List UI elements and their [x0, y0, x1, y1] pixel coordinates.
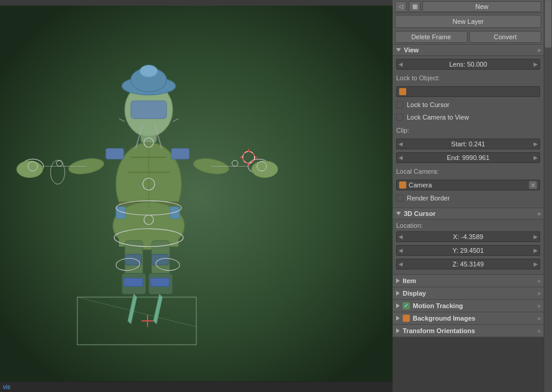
cursor-x-row: ◀ X: -4.3589 ▶	[396, 231, 540, 243]
clip-end-row: ◀ End: 9990.961 ▶	[396, 152, 540, 164]
display-section-chevron	[396, 291, 400, 296]
new-header-btn[interactable]: New	[422, 1, 541, 12]
svg-point-26	[252, 161, 278, 178]
panel-toolbar: ◁ ▦ New	[393, 0, 544, 13]
lock-camera-checkbox[interactable]	[396, 114, 403, 121]
display-section-label: Display	[403, 290, 426, 297]
item-section-arrows: »	[537, 278, 540, 284]
properties-panel: ◁ ▦ New New Layer Delete Frame Convert V…	[393, 0, 552, 392]
svg-point-22	[17, 161, 43, 178]
background-images-icon	[403, 315, 410, 322]
item-section-label: Item	[403, 277, 416, 284]
local-camera-label-row: Local Camera:	[396, 165, 540, 177]
lock-to-object-field[interactable]	[396, 86, 540, 97]
cursor-x-field[interactable]: ◀ X: -4.3589 ▶	[396, 231, 540, 242]
transform-orientations-label: Transform Orientations	[403, 327, 475, 334]
camera-icon	[399, 181, 406, 189]
cursor-3d-chevron	[396, 212, 401, 215]
motion-tracking-arrows: »	[537, 303, 540, 309]
motion-tracking-section-header[interactable]: ✓ Motion Tracking »	[393, 300, 544, 312]
background-images-arrows: »	[537, 315, 540, 322]
lens-field[interactable]: ◀ Lens: 50.000 ▶	[396, 59, 540, 70]
transform-orientations-arrows: »	[537, 328, 540, 334]
lens-row: ◀ Lens: 50.000 ▶	[396, 58, 540, 70]
transform-orientations-header[interactable]: Transform Orientations »	[393, 325, 544, 337]
svg-rect-11	[125, 255, 142, 265]
svg-point-34	[140, 65, 158, 77]
cursor-y-row: ◀ Y: 29.4501 ▶	[396, 244, 540, 256]
cursor-3d-arrows: »	[537, 211, 540, 217]
viewport-3d[interactable]: vis	[0, 0, 393, 392]
background-images-label: Background Images	[403, 315, 475, 322]
display-section-arrows: »	[537, 290, 540, 297]
new-layer-button[interactable]: New Layer	[395, 15, 541, 28]
camera-clear-button[interactable]: ✕	[529, 181, 537, 189]
background-images-chevron	[396, 316, 400, 321]
panel-scrollbar[interactable]	[544, 0, 552, 392]
lock-object-icon	[399, 88, 406, 95]
clip-end-field[interactable]: ◀ End: 9990.961 ▶	[396, 152, 540, 163]
new-layer-row: New Layer	[393, 13, 544, 30]
lock-to-cursor-checkbox[interactable]	[396, 101, 403, 108]
cursor-3d-content: Location: ◀ X: -4.3589 ▶ ◀ Y: 29.4501 ▶	[393, 219, 544, 275]
motion-tracking-check-icon: ✓	[403, 302, 410, 309]
view-section-header[interactable]: View »	[393, 45, 544, 56]
local-camera-field-row: Camera ✕	[396, 179, 540, 191]
svg-rect-14	[150, 278, 170, 287]
toolbar-icon-left[interactable]: ◁	[395, 1, 407, 12]
status-text: vis	[3, 384, 10, 390]
view-section-arrows: »	[537, 47, 540, 54]
panel-inner: ◁ ▦ New New Layer Delete Frame Convert V…	[393, 0, 544, 392]
view-section-chevron	[396, 48, 401, 52]
cursor-y-field[interactable]: ◀ Y: 29.4501 ▶	[396, 245, 540, 256]
lock-to-cursor-row[interactable]: Lock to Cursor	[396, 99, 540, 110]
viewport-statusbar: vis	[0, 381, 393, 392]
clip-start-row: ◀ Start: 0.241 ▶	[396, 138, 540, 150]
convert-button[interactable]: Convert	[469, 31, 542, 43]
toolbar-icon-grid[interactable]: ▦	[409, 1, 421, 12]
svg-rect-31	[131, 101, 167, 119]
item-section-header[interactable]: Item »	[393, 275, 544, 287]
scrollbar-thumb[interactable]	[545, 0, 551, 48]
item-section-chevron	[396, 278, 400, 283]
action-row: Delete Frame Convert	[393, 30, 544, 45]
svg-rect-13	[124, 278, 143, 287]
lock-camera-row[interactable]: Lock Camera to View	[396, 112, 540, 123]
display-section-header[interactable]: Display »	[393, 287, 544, 300]
lock-to-object-row: Lock to Object:	[396, 72, 540, 84]
cursor-z-row: ◀ Z: 45.3149 ▶	[396, 258, 540, 270]
lock-to-object-field-row	[396, 86, 540, 98]
delete-frame-button[interactable]: Delete Frame	[395, 31, 468, 43]
camera-field[interactable]: Camera ✕	[396, 180, 540, 190]
background-images-section-header[interactable]: Background Images »	[393, 312, 544, 325]
clip-start-field[interactable]: ◀ Start: 0.241 ▶	[396, 139, 540, 149]
transform-orientations-chevron	[396, 328, 400, 333]
svg-rect-27	[106, 149, 124, 159]
cursor-z-field[interactable]: ◀ Z: 45.3149 ▶	[396, 259, 540, 269]
render-border-row[interactable]: Render Border	[396, 193, 540, 203]
cursor-3d-section-header[interactable]: 3D Cursor »	[393, 208, 544, 219]
motion-tracking-label: ✓ Motion Tracking	[403, 302, 463, 309]
view-section-content: ◀ Lens: 50.000 ▶ Lock to Object: Lock to…	[393, 56, 544, 208]
motion-tracking-chevron	[396, 303, 400, 308]
render-border-checkbox[interactable]	[396, 195, 403, 202]
clip-label-row: Clip:	[396, 124, 540, 136]
svg-rect-28	[171, 149, 189, 159]
